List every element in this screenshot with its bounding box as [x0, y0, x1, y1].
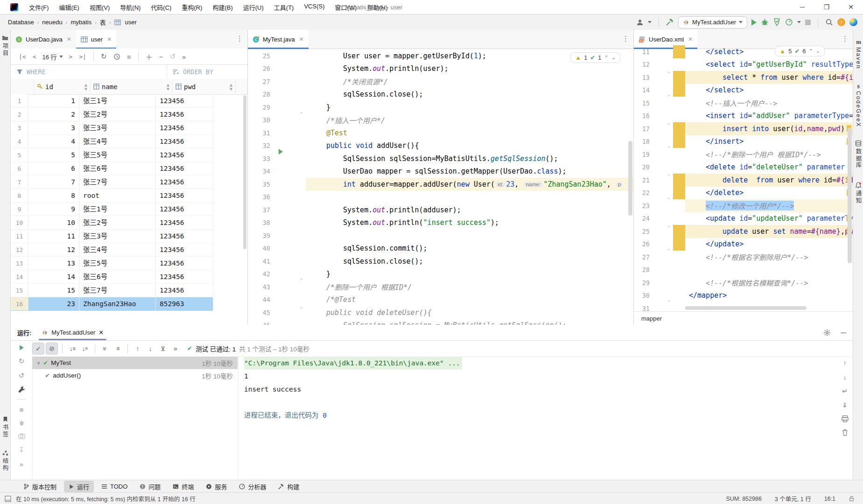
cell-id[interactable]: 8: [28, 189, 79, 203]
table-row[interactable]: 1623ZhangSan23Hao852963: [11, 297, 247, 311]
update-available-icon[interactable]: ↑: [837, 18, 845, 26]
cell-pwd[interactable]: 123456: [156, 135, 213, 148]
cell-name[interactable]: 张三1号: [79, 94, 156, 108]
breadcrumb-item[interactable]: neuedu: [41, 18, 63, 27]
column-header-pwd[interactable]: pwd ▲▼: [173, 79, 236, 94]
last-page-button[interactable]: >|: [77, 53, 89, 60]
menu-item[interactable]: 构建(B): [207, 1, 238, 14]
cell-name[interactable]: 张三2号: [79, 216, 156, 230]
code-line[interactable]: 24⌄<update id="updateUser" parameterTy: [634, 212, 853, 225]
cell-name[interactable]: 张三7号: [79, 284, 156, 297]
cell-pwd[interactable]: 123456: [156, 216, 213, 230]
tab-userdao-java[interactable]: I UserDao.java ✕: [11, 30, 76, 49]
breadcrumb-item[interactable]: 表: [98, 17, 107, 28]
dock-item-bell[interactable]: 通知: [853, 182, 863, 204]
cell-name[interactable]: 张三3号: [79, 230, 156, 243]
cell-pwd[interactable]: 123456: [156, 243, 213, 257]
cell-id[interactable]: 13: [28, 257, 79, 270]
cell-id[interactable]: 10: [28, 216, 79, 230]
settings-gear-icon[interactable]: [823, 329, 831, 336]
next-problem-icon[interactable]: ⌄: [816, 48, 820, 54]
code-line[interactable]: 36: [248, 191, 633, 204]
scroll-to-end-icon[interactable]: ⇓: [842, 401, 848, 409]
chevron-down-icon[interactable]: ∨: [37, 360, 40, 365]
cell-pwd[interactable]: 123456: [156, 257, 213, 270]
dock-item-structure[interactable]: 结构: [0, 450, 10, 471]
menu-item[interactable]: 文件(F): [24, 1, 54, 14]
profiler-dropdown-icon[interactable]: [797, 21, 801, 23]
editor-scrollbar[interactable]: [628, 141, 632, 216]
table-row[interactable]: 77张三7号123456: [11, 175, 247, 189]
dock-item-maven[interactable]: mMaven: [853, 38, 863, 70]
cell-name[interactable]: 张三6号: [79, 162, 156, 175]
run-button[interactable]: [751, 19, 757, 26]
cell-pwd[interactable]: 123456: [156, 175, 213, 189]
tab-mytest-java[interactable]: C MyTest.java ✕: [248, 30, 309, 49]
sort-by-duration-icon[interactable]: ↓≡: [79, 343, 91, 354]
code-line[interactable]: 39: [248, 229, 633, 242]
show-passed-toggle[interactable]: ✓: [32, 343, 44, 355]
code-line[interactable]: 43/*删除一个用户 根据ID*/: [248, 280, 633, 294]
toolwindow-button-services[interactable]: 服务: [201, 481, 232, 492]
table-row[interactable]: 99张三1号123456: [11, 203, 247, 216]
code-line[interactable]: 13select * from user where id=#{id}: [634, 71, 853, 84]
toolwindow-button-terminal[interactable]: 终端: [168, 481, 198, 492]
code-line[interactable]: 27<!--/*根据名字删除用户*/-->: [634, 251, 853, 264]
cell-id[interactable]: 23: [28, 297, 79, 311]
code-line[interactable]: 37System.out.println(adduser);: [248, 203, 633, 217]
table-row[interactable]: 33张三3号123456: [11, 121, 247, 135]
show-ignored-toggle[interactable]: ⊘: [46, 343, 58, 355]
inspection-widget[interactable]: ▲ 1 ✔ 1 ⌃ ⌄: [570, 52, 620, 63]
toggle-auto-test-icon[interactable]: ↺: [19, 371, 25, 380]
clear-console-icon[interactable]: [842, 429, 849, 436]
prev-problem-icon[interactable]: ⌃: [809, 48, 813, 54]
cell-pwd[interactable]: 123456: [156, 162, 213, 175]
reload-data-icon[interactable]: ↻: [98, 52, 109, 61]
close-tab-icon[interactable]: ✕: [688, 36, 693, 42]
tab-options-icon[interactable]: ⋮: [236, 35, 244, 43]
table-row[interactable]: 66张三6号123456: [11, 162, 247, 175]
run-config-select[interactable]: MyTest.addUser: [678, 16, 747, 28]
code-line[interactable]: 31@Test: [248, 126, 633, 140]
code-line[interactable]: 22⌃</delete>: [634, 187, 853, 200]
cell-pwd[interactable]: 123456: [156, 270, 213, 284]
column-header-id[interactable]: id ▲▼: [34, 79, 91, 94]
cell-id[interactable]: 2: [28, 108, 79, 121]
debug-button[interactable]: [761, 18, 769, 26]
code-line[interactable]: 30⌃</mapper>: [634, 289, 853, 302]
next-page-button[interactable]: >: [67, 53, 75, 60]
toolwindow-button-list[interactable]: TODO: [97, 482, 132, 491]
column-header-name[interactable]: name ▲▼: [91, 79, 173, 94]
code-line[interactable]: 42⌃}: [248, 268, 633, 281]
cell-pwd[interactable]: 123456: [156, 189, 213, 203]
menu-item[interactable]: 运行(U): [238, 1, 269, 14]
scroll-down-icon[interactable]: ↓: [843, 373, 847, 381]
cell-id[interactable]: 11: [28, 230, 79, 243]
code-line[interactable]: 26System.out.println(user);: [248, 63, 633, 76]
code-line[interactable]: 38System.out.println("insert success");: [248, 217, 633, 230]
table-row[interactable]: 1111张三3号123456: [11, 230, 247, 243]
prev-test-icon[interactable]: ↑: [132, 343, 143, 354]
close-button[interactable]: ✕: [839, 0, 863, 14]
toolwindow-button-hammer[interactable]: 构建: [274, 481, 304, 492]
toolwindow-button-play[interactable]: 运行: [64, 481, 94, 492]
code-line[interactable]: 20⌄<delete id="deleteUser" parameter: [634, 161, 853, 174]
menu-item[interactable]: 编辑(E): [54, 1, 84, 14]
cell-pwd[interactable]: 123456: [156, 230, 213, 243]
code-line[interactable]: 18⌃</insert>: [634, 135, 853, 148]
user-dropdown-icon[interactable]: [648, 21, 652, 23]
close-tab-icon[interactable]: ✕: [107, 36, 112, 42]
soft-wrap-icon[interactable]: ↵: [842, 387, 848, 395]
caret-position[interactable]: 16:1: [824, 496, 835, 502]
cell-name[interactable]: 张三4号: [79, 135, 156, 148]
wrench-icon[interactable]: [18, 386, 25, 393]
code-line[interactable]: 33SqlSession sqlSession=MyBatisUtils.get…: [248, 152, 633, 165]
code-line[interactable]: 16⌄<insert id="addUser" parameterType=: [634, 110, 853, 123]
cell-id[interactable]: 7: [28, 175, 79, 189]
user-account-icon[interactable]: [636, 19, 644, 26]
menu-item[interactable]: 重构(R): [176, 1, 207, 14]
code-line[interactable]: 29⌃}: [248, 101, 633, 114]
menu-item[interactable]: 导航(N): [115, 1, 146, 14]
cell-id[interactable]: 3: [28, 121, 79, 135]
rerun-button[interactable]: [20, 345, 24, 350]
